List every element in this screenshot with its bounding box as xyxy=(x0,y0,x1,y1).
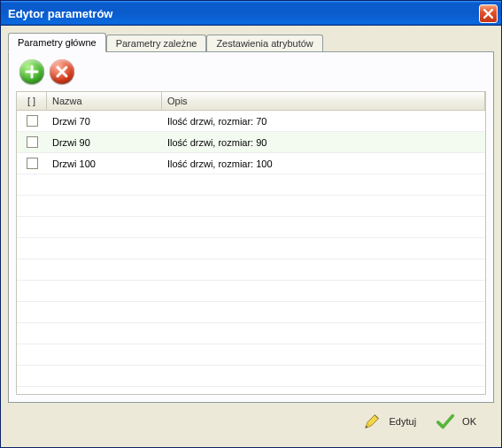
cell-name: Drzwi 70 xyxy=(47,116,162,127)
close-icon xyxy=(483,9,493,19)
x-icon xyxy=(55,65,69,79)
cell-desc: Ilość drzwi, rozmiar: 100 xyxy=(162,158,485,169)
checkbox[interactable] xyxy=(27,158,38,169)
grid-header: [ ] Nazwa Opis xyxy=(17,92,485,111)
table-row-empty xyxy=(17,217,485,238)
checkbox[interactable] xyxy=(27,136,38,148)
cell-desc: Ilość drzwi, rozmiar: 70 xyxy=(162,116,485,127)
cell-name: Drzwi 100 xyxy=(47,158,162,169)
delete-button[interactable] xyxy=(50,59,74,84)
window-title: Edytor parametrów xyxy=(8,7,479,20)
toolbar xyxy=(16,59,486,91)
check-icon xyxy=(436,412,455,431)
table-row-empty xyxy=(17,196,485,217)
checkbox[interactable] xyxy=(27,115,38,127)
col-name[interactable]: Nazwa xyxy=(47,92,162,110)
cell-desc: Ilość drzwi, rozmiar: 90 xyxy=(162,137,485,148)
tab-parametry-zalezne[interactable]: Parametry zależne xyxy=(106,35,207,51)
tab-parametry-glowne[interactable]: Parametry główne xyxy=(8,33,106,52)
footer: Edytuj OK xyxy=(8,403,494,440)
cell-name: Drzwi 90 xyxy=(47,137,162,148)
tab-label: Parametry główne xyxy=(18,37,97,48)
table-row-empty xyxy=(17,302,485,323)
tab-label: Parametry zależne xyxy=(116,38,197,49)
table-row-empty xyxy=(17,323,485,344)
add-button[interactable] xyxy=(19,59,44,84)
edit-label: Edytuj xyxy=(390,416,417,427)
table-row-empty xyxy=(17,174,485,196)
col-check[interactable]: [ ] xyxy=(17,92,47,110)
table-row-empty xyxy=(17,259,485,281)
window: Edytor parametrów Parametry główne Param… xyxy=(0,0,502,448)
grid-body: Drzwi 70 Ilość drzwi, rozmiar: 70 Drzwi … xyxy=(17,111,485,387)
data-grid: [ ] Nazwa Opis Drzwi 70 Ilość drzwi, roz… xyxy=(16,91,486,395)
table-row-empty xyxy=(17,238,485,259)
titlebar[interactable]: Edytor parametrów xyxy=(1,1,501,26)
tabstrip: Parametry główne Parametry zależne Zesta… xyxy=(8,33,494,51)
tab-label: Zestawienia atrybutów xyxy=(216,38,313,49)
pencil-icon xyxy=(363,412,382,431)
table-row[interactable]: Drzwi 100 Ilość drzwi, rozmiar: 100 xyxy=(17,153,485,174)
plus-icon xyxy=(25,65,39,79)
edit-button[interactable]: Edytuj xyxy=(363,412,417,431)
table-row-empty xyxy=(17,366,485,387)
table-row[interactable]: Drzwi 70 Ilość drzwi, rozmiar: 70 xyxy=(17,111,485,132)
table-row-empty xyxy=(17,281,485,302)
client-area: Parametry główne Parametry zależne Zesta… xyxy=(1,26,501,447)
table-row-empty xyxy=(17,344,485,366)
tab-zestawienia-atrybutow[interactable]: Zestawienia atrybutów xyxy=(206,35,322,51)
table-row[interactable]: Drzwi 90 Ilość drzwi, rozmiar: 90 xyxy=(17,132,485,153)
col-desc[interactable]: Opis xyxy=(162,92,485,110)
close-button[interactable] xyxy=(479,4,498,23)
tab-panel: [ ] Nazwa Opis Drzwi 70 Ilość drzwi, roz… xyxy=(8,51,494,403)
ok-label: OK xyxy=(462,416,476,427)
ok-button[interactable]: OK xyxy=(436,412,476,431)
